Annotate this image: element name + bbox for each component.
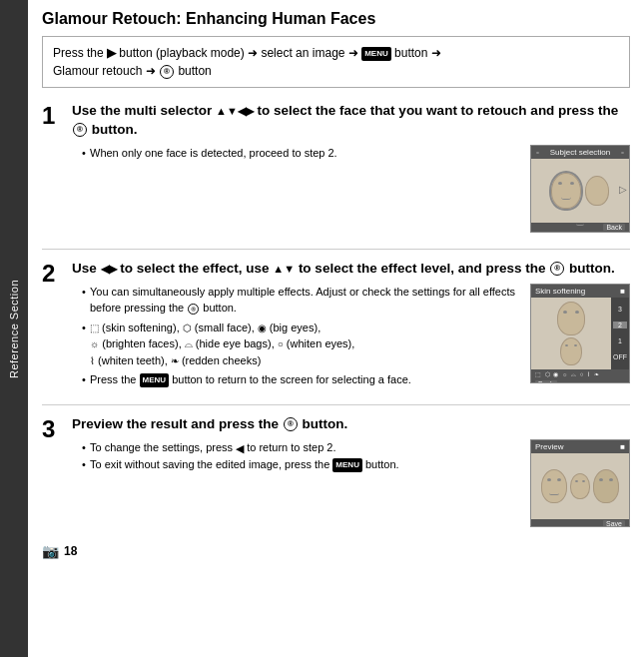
screen-3-footer: Save <box>531 519 629 527</box>
ok-btn-1: ® <box>73 123 87 137</box>
step-1-content: Use the multi selector ▲▼◀▶ to select th… <box>72 102 630 233</box>
step-2-bullet-1: You can simultaneously apply multiple ef… <box>82 284 520 317</box>
divider-1 <box>42 249 630 250</box>
page-title: Glamour Retouch: Enhancing Human Faces <box>42 10 630 28</box>
face-1 <box>551 173 581 209</box>
step-3-title: Preview the result and press the ® butto… <box>72 415 630 434</box>
screen-3-body <box>531 453 629 519</box>
screen-2-back: Back <box>531 379 629 383</box>
preview-face-3 <box>593 469 619 503</box>
ok-btn-2: ® <box>550 262 564 276</box>
step-3-bullet-2: To exit without saving the edited image,… <box>82 456 520 473</box>
screen-3: Preview ■ <box>530 439 630 527</box>
step-1: 1 Use the multi selector ▲▼◀▶ to select … <box>42 102 630 233</box>
step-3-bullet-1: To change the settings, press ◀ to retur… <box>82 439 520 456</box>
page-footer: 📷 18 <box>42 543 630 559</box>
scale-1: 1 <box>618 337 622 344</box>
step-3-number: 3 <box>42 417 62 441</box>
menu-btn-step3: MENU <box>332 458 362 472</box>
preview-face-1 <box>541 469 567 503</box>
step-3: 3 Preview the result and press the ® but… <box>42 415 630 527</box>
ok-btn-3: ® <box>284 417 298 431</box>
step-2-title: Use ◀▶ to select the effect, use ▲▼ to s… <box>72 260 630 279</box>
screen-2-faces <box>531 298 611 369</box>
screen-1-header: Subject selection <box>531 146 629 159</box>
menu-icon: MENU <box>361 47 391 61</box>
step-1-number: 1 <box>42 104 62 128</box>
scale-3: 3 <box>618 306 622 313</box>
step-2-bullet-3: Press the MENU button to return to the s… <box>82 371 520 388</box>
screen-2-header: Skin softening ■ <box>531 285 629 298</box>
screen-3-indicator: ■ <box>620 442 625 451</box>
main-content: Glamour Retouch: Enhancing Human Faces P… <box>28 0 644 657</box>
screen-2-body: 3 2 1 OFF <box>531 298 629 369</box>
screen-3-title: Preview <box>535 442 563 451</box>
step-1-bullet-1: When only one face is detected, proceed … <box>82 145 520 162</box>
step-2-text: You can simultaneously apply multiple ef… <box>72 284 520 388</box>
back-label-1: Back <box>603 224 625 231</box>
save-label: Save <box>603 520 625 527</box>
screen-1-body: ▷ <box>531 159 629 223</box>
step-3-text: To change the settings, press ◀ to retur… <box>72 439 520 473</box>
screen-2-title: Skin softening <box>535 287 585 296</box>
step-1-body: When only one face is detected, proceed … <box>72 145 630 233</box>
arrow-right-icon: ▷ <box>619 183 627 194</box>
page-number: 18 <box>64 544 77 558</box>
sidebar: Reference Section <box>0 0 28 657</box>
screen-1: Subject selection ▷ <box>530 145 630 233</box>
preview-face-2 <box>570 473 590 499</box>
step-3-content: Preview the result and press the ® butto… <box>72 415 630 527</box>
ok-icon: ® <box>160 65 174 79</box>
step-2-number: 2 <box>42 262 62 286</box>
step-2: 2 Use ◀▶ to select the effect, use ▲▼ to… <box>42 260 630 388</box>
menu-btn-inline: MENU <box>140 373 170 387</box>
back-label-2: Back <box>535 380 557 383</box>
ok-btn-inline: ® <box>188 304 199 315</box>
step-1-text: When only one face is detected, proceed … <box>72 145 520 162</box>
screen-2-icons: ⬚ ⬡ ◉ ☼ ⌓ ○ ⌇ ❧ <box>535 370 600 378</box>
step-2-body: You can simultaneously apply multiple ef… <box>72 284 630 388</box>
scale-off: OFF <box>613 353 627 360</box>
instruction-text: Press the ▶ button (playback mode) ➜ sel… <box>53 46 441 78</box>
step-3-body: To change the settings, press ◀ to retur… <box>72 439 630 527</box>
screen-2-footer: ⬚ ⬡ ◉ ☼ ⌓ ○ ⌇ ❧ <box>531 369 629 379</box>
screen-2-scale: 3 2 1 OFF <box>611 298 629 369</box>
screen-2-indicator: ■ <box>620 287 625 296</box>
face-2 <box>585 176 609 206</box>
camera-icon: 📷 <box>42 543 59 559</box>
divider-2 <box>42 404 630 405</box>
step-2-bullet-2: ⬚ (skin softening), ⬡ (small face), ◉ (b… <box>82 320 520 369</box>
sidebar-label: Reference Section <box>8 280 20 378</box>
instruction-box: Press the ▶ button (playback mode) ➜ sel… <box>42 36 630 88</box>
step-2-content: Use ◀▶ to select the effect, use ▲▼ to s… <box>72 260 630 388</box>
screen-2: Skin softening ■ <box>530 284 630 383</box>
step-1-title: Use the multi selector ▲▼◀▶ to select th… <box>72 102 630 140</box>
screen-3-header: Preview ■ <box>531 440 629 453</box>
scale-2: 2 <box>613 322 627 328</box>
